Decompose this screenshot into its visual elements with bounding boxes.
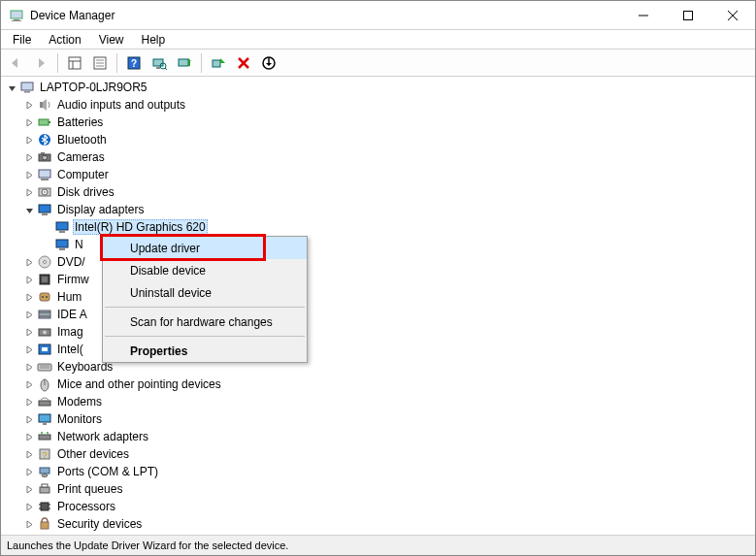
update-driver-button[interactable] — [174, 52, 195, 74]
expand-icon[interactable] — [22, 290, 36, 304]
tree-item-label: Intel( — [55, 343, 85, 356]
tree-item-label: Processors — [55, 500, 117, 513]
expand-icon[interactable] — [22, 98, 36, 112]
tree-row[interactable]: Bluetooth — [5, 131, 755, 148]
uninstall-button[interactable] — [233, 52, 254, 74]
disk-icon — [37, 184, 52, 200]
svg-point-69 — [41, 432, 43, 434]
menu-help[interactable]: Help — [134, 32, 174, 48]
scan-hardware-button[interactable] — [148, 52, 170, 74]
context-menu-item[interactable]: Uninstall device — [103, 281, 307, 304]
tree-pane: LAPTOP-0LJR9OR5Audio inputs and outputsB… — [1, 77, 755, 536]
expand-icon[interactable] — [22, 517, 36, 531]
expand-icon[interactable] — [22, 115, 36, 129]
expand-icon[interactable] — [22, 150, 36, 164]
tree-row[interactable]: ?Other devices — [5, 445, 755, 463]
disable-device-button[interactable] — [258, 52, 279, 74]
minimize-button[interactable] — [621, 1, 666, 29]
expand-icon[interactable] — [22, 185, 36, 199]
svg-point-74 — [42, 474, 48, 477]
tree-item-label: Batteries — [55, 115, 105, 129]
expand-icon[interactable] — [22, 325, 36, 339]
expand-icon[interactable] — [22, 360, 36, 374]
menu-action[interactable]: Action — [41, 32, 88, 48]
menu-separator — [105, 307, 305, 308]
tree-item-label: Display adapters — [55, 203, 146, 216]
port-icon — [37, 464, 52, 479]
tree-row[interactable]: Cameras — [5, 148, 755, 166]
forward-button[interactable] — [30, 52, 51, 74]
expand-icon[interactable] — [22, 377, 36, 391]
expand-icon[interactable] — [22, 308, 36, 321]
window-buttons — [621, 1, 755, 29]
monitor-icon — [37, 411, 52, 427]
expand-icon[interactable] — [22, 412, 36, 426]
tree-row[interactable]: Audio inputs and outputs — [5, 96, 755, 114]
tree-row[interactable]: Disk drives — [5, 183, 755, 201]
expand-icon[interactable] — [22, 430, 36, 443]
enable-device-button[interactable] — [208, 52, 229, 74]
svg-rect-59 — [42, 347, 48, 351]
tree-row[interactable]: Ports (COM & LPT) — [5, 463, 755, 480]
tree-row[interactable]: Display adapters — [5, 201, 755, 218]
expand-icon[interactable] — [22, 255, 36, 269]
context-menu-item[interactable]: Properties — [103, 340, 307, 362]
dvd-icon — [37, 254, 52, 270]
tree-row[interactable]: Modems — [5, 393, 755, 410]
tree-row[interactable]: Monitors — [5, 410, 755, 428]
tree-item-label: Print queues — [55, 482, 124, 496]
expand-icon[interactable] — [22, 343, 36, 356]
keyboard-icon — [37, 359, 52, 375]
context-menu-item[interactable]: Scan for hardware changes — [103, 311, 307, 333]
svg-point-51 — [42, 296, 44, 298]
expand-icon[interactable] — [22, 168, 36, 181]
tree-row[interactable]: Intel(R) HD Graphics 620 — [5, 218, 755, 236]
svg-rect-30 — [49, 121, 50, 123]
imaging-icon — [37, 324, 52, 340]
tree-row[interactable]: Processors — [5, 498, 755, 515]
expand-icon[interactable] — [22, 273, 36, 286]
svg-rect-2 — [12, 20, 21, 21]
tree-item-label: Modems — [55, 395, 104, 409]
context-menu-item[interactable]: Update driver — [103, 237, 307, 259]
tree-row[interactable]: Mice and other pointing devices — [5, 376, 755, 393]
tree-row[interactable]: Computer — [5, 166, 755, 183]
menu-view[interactable]: View — [91, 32, 132, 48]
svg-rect-50 — [40, 293, 49, 301]
expand-icon[interactable] — [22, 447, 36, 461]
tree-item-label: Audio inputs and outputs — [55, 98, 187, 112]
svg-rect-73 — [40, 468, 49, 474]
tree-row[interactable]: LAPTOP-0LJR9OR5 — [5, 79, 755, 96]
expand-icon[interactable] — [22, 465, 36, 478]
expand-icon[interactable] — [22, 133, 36, 147]
collapse-icon[interactable] — [22, 203, 36, 216]
status-text: Launches the Update Driver Wizard for th… — [7, 540, 288, 551]
tree-row[interactable]: Network adapters — [5, 428, 755, 445]
help-button[interactable]: ? — [123, 52, 145, 74]
collapse-icon[interactable] — [5, 81, 18, 94]
display-icon — [54, 219, 70, 235]
svg-rect-68 — [39, 435, 50, 440]
maximize-button[interactable] — [666, 1, 710, 29]
back-button[interactable] — [5, 52, 26, 74]
show-hide-tree-button[interactable] — [64, 52, 85, 74]
svg-rect-67 — [43, 423, 47, 425]
mouse-icon — [37, 376, 52, 392]
expand-icon[interactable] — [22, 482, 36, 496]
expand-icon[interactable] — [22, 500, 36, 513]
close-button[interactable] — [710, 1, 755, 29]
svg-point-47 — [44, 261, 47, 264]
tree-row[interactable]: Batteries — [5, 114, 755, 131]
context-menu-item[interactable]: Disable device — [103, 259, 307, 281]
svg-rect-16 — [153, 59, 163, 66]
menu-file[interactable]: File — [5, 32, 39, 48]
tree-row[interactable]: Security devices — [5, 515, 755, 533]
tree-row[interactable]: Print queues — [5, 480, 755, 498]
svg-rect-82 — [41, 522, 49, 529]
svg-rect-42 — [56, 222, 68, 230]
expand-icon[interactable] — [22, 395, 36, 409]
svg-rect-21 — [188, 61, 190, 66]
svg-rect-66 — [39, 414, 50, 422]
computer-icon — [37, 167, 52, 182]
properties-button[interactable] — [89, 52, 111, 74]
